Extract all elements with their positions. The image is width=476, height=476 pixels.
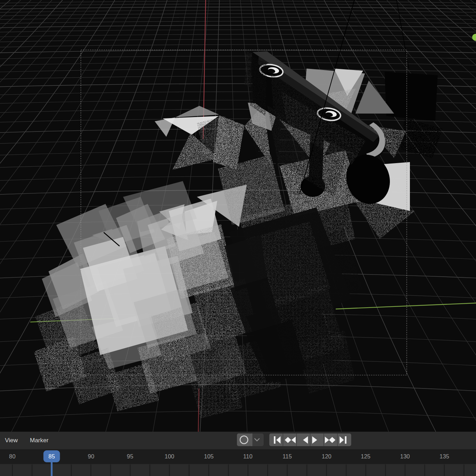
svg-text:135: 135 — [439, 453, 449, 459]
svg-text:120: 120 — [322, 453, 332, 459]
svg-text:125: 125 — [361, 453, 371, 459]
svg-text:View: View — [5, 437, 18, 444]
svg-text:80: 80 — [9, 453, 15, 459]
svg-text:105: 105 — [204, 453, 214, 459]
svg-text:85: 85 — [49, 453, 55, 459]
svg-text:100: 100 — [165, 453, 174, 459]
svg-text:Marker: Marker — [30, 437, 49, 444]
svg-text:115: 115 — [283, 453, 292, 459]
svg-text:90: 90 — [88, 453, 94, 459]
svg-text:110: 110 — [243, 453, 252, 459]
svg-text:130: 130 — [400, 453, 410, 459]
svg-text:95: 95 — [127, 453, 133, 459]
